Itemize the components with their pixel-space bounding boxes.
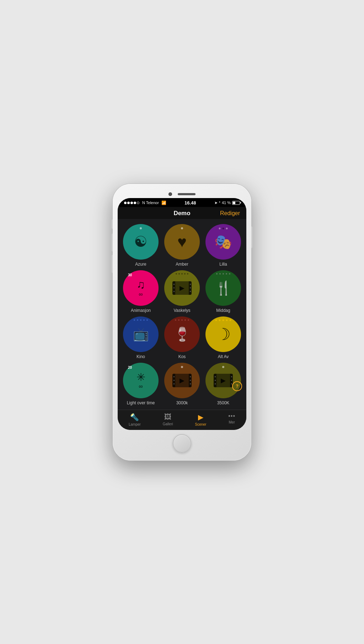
scene-item-vaskelys[interactable]: ▶ Vaskelys	[163, 270, 201, 313]
scene-item-light-over-time[interactable]: 20 ✳ ∞ Light over time	[122, 363, 160, 405]
scene-circle-3000k[interactable]: ▶	[164, 363, 200, 398]
k-dot	[137, 319, 138, 321]
phone-screen: N Telenor 📶 16.48 ➤ * 41 % Demo Rediger	[118, 198, 246, 430]
v-dot	[184, 273, 186, 275]
lamper-icon: 🔦	[130, 413, 139, 421]
galleri-label: Galleri	[163, 422, 173, 426]
signal-dot-2	[127, 202, 130, 204]
location-icon: ➤	[214, 201, 218, 205]
scene-item-middag[interactable]: 🍴 Middag	[204, 270, 242, 313]
3000k-top-dot	[181, 366, 183, 368]
scene-item-amber[interactable]: ♥ Amber	[163, 224, 201, 267]
light-over-time-badge: 20	[128, 366, 132, 369]
scene-circle-light-over-time[interactable]: 20 ✳ ∞	[123, 363, 159, 398]
vaskelys-filmstrip: ▶	[172, 281, 192, 295]
tab-galleri[interactable]: 🖼 Galleri	[163, 413, 173, 426]
home-button-area	[118, 430, 246, 456]
battery-fill	[233, 202, 235, 204]
signal-strength	[124, 202, 139, 204]
scene-circle-vaskelys[interactable]: ▶	[164, 270, 200, 306]
aa-dot	[219, 319, 221, 321]
scene-item-animasjon[interactable]: 30 ♫ ∞ Animasjon	[122, 270, 160, 313]
film-hole	[190, 383, 191, 384]
vaskelys-label: Vaskelys	[173, 308, 190, 313]
signal-dot-5	[137, 202, 139, 204]
kos-icon: 🍷	[174, 328, 191, 341]
film-hole	[173, 376, 175, 377]
kino-icon: 📺	[133, 328, 149, 341]
tab-lamper[interactable]: 🔦 Lamper	[129, 413, 141, 426]
home-button[interactable]	[173, 434, 191, 453]
scene-item-kino[interactable]: 📺 Kino	[122, 316, 160, 359]
scene-circle-amber[interactable]: ♥	[164, 224, 200, 260]
aa-dot	[230, 319, 231, 321]
lilla-dot	[223, 228, 224, 229]
aa-dot	[223, 319, 224, 321]
scene-circle-animasjon[interactable]: 30 ♫ ∞	[123, 270, 159, 306]
tab-bar: 🔦 Lamper 🖼 Galleri ▶ Scener ••• Mer	[118, 410, 246, 430]
ko-dot	[175, 319, 176, 321]
light-over-time-icon-group: ✳ ∞	[136, 371, 145, 390]
scene-circle-3500k[interactable]: ▶	[205, 363, 241, 398]
film-hole	[215, 383, 216, 384]
scene-circle-middag[interactable]: 🍴	[205, 270, 241, 306]
camera-area	[118, 189, 246, 198]
animasjon-music-icon: ♫	[136, 278, 145, 291]
film-hole	[190, 284, 191, 285]
help-button[interactable]: ?	[232, 381, 242, 391]
azure-top-dot	[140, 227, 142, 229]
tab-scener[interactable]: ▶ Scener	[195, 413, 207, 426]
light-infinity-icon: ∞	[136, 383, 145, 390]
m-dot	[223, 273, 224, 275]
m-dot	[229, 273, 230, 275]
3500k-play-icon: ▶	[221, 377, 226, 384]
ko-dot	[181, 319, 183, 321]
film-hole	[173, 383, 175, 384]
film-hole	[190, 380, 191, 381]
3000k-play-icon: ▶	[180, 377, 184, 384]
vaskelys-play-icon: ▶	[180, 284, 184, 292]
tab-mer[interactable]: ••• Mer	[228, 413, 235, 426]
scene-item-lilla[interactable]: 🎭 Lilla	[204, 224, 242, 267]
nav-title: Demo	[145, 210, 219, 217]
scene-item-3000k[interactable]: ▶ 3000k	[163, 363, 201, 405]
middag-label: Middag	[216, 308, 230, 313]
3000k-strip-right	[189, 374, 192, 387]
wifi-icon: 📶	[161, 201, 166, 205]
speaker-slot	[178, 193, 196, 195]
light-sun-icon: ✳	[136, 371, 145, 383]
power-button	[251, 227, 253, 248]
mute-button	[111, 219, 113, 229]
scene-circle-lilla[interactable]: 🎭	[205, 224, 241, 260]
scene-circle-kino[interactable]: 📺	[123, 316, 159, 352]
lamper-label: Lamper	[129, 422, 141, 426]
v-dot	[178, 273, 180, 275]
scene-circle-alt-av[interactable]: ☽	[205, 316, 241, 352]
scene-item-kos[interactable]: 🍷 Kos	[163, 316, 201, 359]
scene-circle-azure[interactable]: ☯	[123, 224, 159, 260]
film-hole	[215, 376, 216, 377]
film-hole	[190, 376, 191, 377]
animasjon-infinity-icon: ∞	[136, 291, 145, 298]
scenes-grid: ☯ Azure ♥ Amber	[118, 219, 246, 410]
v-dot	[181, 273, 183, 275]
film-hole	[173, 284, 175, 285]
3000k-filmstrip: ▶	[172, 374, 192, 387]
signal-dot-4	[134, 202, 136, 204]
carrier-label: N Telenor	[142, 201, 159, 205]
scene-circle-kos[interactable]: 🍷	[164, 316, 200, 352]
film-hole	[173, 291, 175, 292]
edit-button[interactable]: Rediger	[219, 210, 240, 217]
scene-item-azure[interactable]: ☯ Azure	[122, 224, 160, 267]
ko-dot	[188, 319, 189, 321]
filmstrip-left	[172, 281, 175, 295]
k-dot	[146, 319, 148, 321]
amber-top-dot	[181, 227, 183, 229]
signal-dot-1	[124, 202, 127, 204]
film-hole	[173, 287, 175, 288]
scene-item-alt-av[interactable]: ☽ Alt Av	[204, 316, 242, 359]
status-bar: N Telenor 📶 16.48 ➤ * 41 %	[118, 198, 246, 207]
scener-label: Scener	[195, 422, 207, 426]
animasjon-badge: 30	[128, 273, 132, 277]
aa-dot	[215, 319, 217, 321]
